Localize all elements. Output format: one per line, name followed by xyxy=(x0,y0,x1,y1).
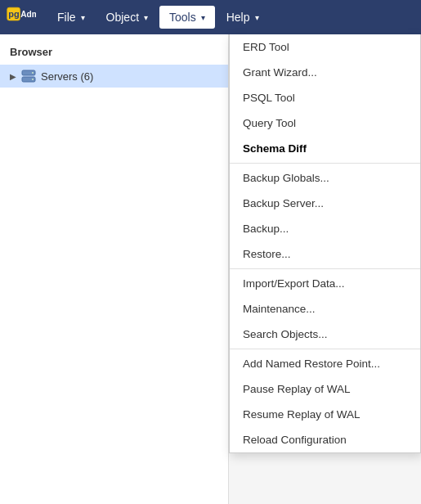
svg-point-5 xyxy=(32,72,34,74)
menu-item-grant-wizard[interactable]: Grant Wizard... xyxy=(230,60,420,85)
sidebar-title: Browser xyxy=(0,41,228,65)
server-icon xyxy=(21,70,36,83)
menu-item-query-tool[interactable]: Query Tool xyxy=(230,110,420,136)
nav-tools-chevron: ▾ xyxy=(201,13,205,22)
menu-divider-3 xyxy=(230,349,420,349)
menu-item-reload-configuration[interactable]: Reload Configuration xyxy=(230,427,420,452)
menu-item-restore[interactable]: Restore... xyxy=(230,241,420,267)
svg-text:Admin: Admin xyxy=(20,10,36,19)
nav-tools-label: Tools xyxy=(169,11,196,24)
brand: pg Admin xyxy=(7,6,38,29)
tools-dropdown-menu: ERD Tool Grant Wizard... PSQL Tool Query… xyxy=(229,34,421,453)
nav-object-label: Object xyxy=(106,11,139,24)
menu-divider-2 xyxy=(230,268,420,269)
sidebar-item-servers[interactable]: ▶ Servers (6) xyxy=(0,65,228,88)
menu-item-pause-replay-wal[interactable]: Pause Replay of WAL xyxy=(230,376,420,402)
menu-item-import-export[interactable]: Import/Export Data... xyxy=(230,271,420,296)
svg-text:pg: pg xyxy=(8,9,19,19)
menu-divider-1 xyxy=(230,163,420,164)
sidebar: Browser ▶ Servers (6) xyxy=(0,34,229,504)
navbar-menu: File ▾ Object ▾ Tools ▾ Help ▾ xyxy=(47,6,269,29)
menu-item-erd-tool[interactable]: ERD Tool xyxy=(230,34,420,60)
menu-item-maintenance[interactable]: Maintenance... xyxy=(230,296,420,322)
expand-arrow-icon: ▶ xyxy=(10,72,16,81)
menu-item-resume-replay-wal[interactable]: Resume Replay of WAL xyxy=(230,402,420,427)
nav-help-label: Help xyxy=(226,11,250,24)
svg-point-6 xyxy=(32,79,34,80)
nav-file-label: File xyxy=(57,11,76,24)
menu-item-backup[interactable]: Backup... xyxy=(230,216,420,241)
menu-item-search-objects[interactable]: Search Objects... xyxy=(230,322,420,347)
nav-help-chevron: ▾ xyxy=(255,13,259,22)
pgadmin-logo: pg Admin xyxy=(7,6,36,29)
nav-file-chevron: ▾ xyxy=(81,13,85,22)
nav-file[interactable]: File ▾ xyxy=(47,6,95,29)
nav-object[interactable]: Object ▾ xyxy=(96,6,158,29)
menu-item-backup-globals[interactable]: Backup Globals... xyxy=(230,165,420,191)
main-area: Browser ▶ Servers (6) ERD Tool Grant Wiz… xyxy=(0,34,421,504)
menu-item-backup-server[interactable]: Backup Server... xyxy=(230,191,420,216)
navbar: pg Admin File ▾ Object ▾ Tools ▾ Help ▾ xyxy=(0,0,421,34)
servers-label: Servers (6) xyxy=(41,70,93,83)
nav-tools[interactable]: Tools ▾ xyxy=(159,6,215,29)
menu-item-psql-tool[interactable]: PSQL Tool xyxy=(230,85,420,110)
menu-item-add-named-restore-point[interactable]: Add Named Restore Point... xyxy=(230,351,420,376)
menu-item-schema-diff[interactable]: Schema Diff xyxy=(230,136,420,161)
nav-help[interactable]: Help ▾ xyxy=(217,6,269,29)
nav-object-chevron: ▾ xyxy=(144,13,148,22)
